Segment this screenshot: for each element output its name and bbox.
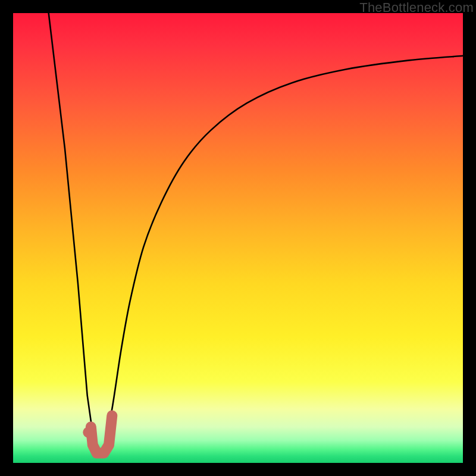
curve-left-branch bbox=[49, 13, 95, 449]
curve-right-branch bbox=[104, 56, 463, 450]
j-marker-icon bbox=[91, 416, 112, 453]
plot-area bbox=[13, 13, 463, 463]
j-marker-dot-icon bbox=[83, 427, 93, 438]
chart-svg bbox=[13, 13, 463, 463]
watermark-text: TheBottleneck.com bbox=[359, 0, 474, 15]
